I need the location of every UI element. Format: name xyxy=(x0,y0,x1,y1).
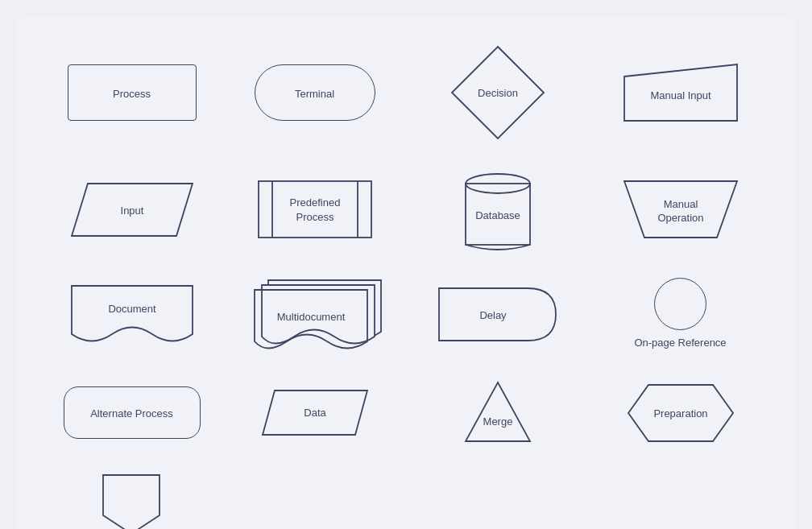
shape-multidocument: Multidocument xyxy=(251,274,379,354)
shape-manual-input: Manual Input xyxy=(616,60,745,125)
multidoc-label: Multidocument xyxy=(276,311,345,323)
onpage-label: On-page Reference xyxy=(634,337,726,350)
terminal-shape: Terminal xyxy=(255,64,375,121)
manual-input-label: Manual Input xyxy=(650,89,711,101)
merge-label: Merge xyxy=(483,415,512,428)
shape-onpage-reference: On-page Reference xyxy=(634,278,726,350)
shape-offpage-reference: Off-page Reference xyxy=(86,471,178,529)
shape-predefined-process: Predefined Process xyxy=(255,177,375,242)
svg-rect-3 xyxy=(259,181,371,238)
process-shape: Process xyxy=(68,64,197,121)
shape-alternate-process: Alternate Process xyxy=(64,386,201,439)
preparation-label: Preparation xyxy=(653,407,707,419)
shape-document: Document xyxy=(68,282,197,346)
input-shape: Input xyxy=(68,180,197,240)
predefined-label2: Process xyxy=(296,211,334,223)
manual-op-shape: Manual Operation xyxy=(620,173,741,246)
shape-decision: Decision xyxy=(445,40,550,145)
shape-preparation: Preparation xyxy=(624,381,737,445)
manual-op-label1: Manual xyxy=(663,198,698,210)
shape-merge: Merge xyxy=(462,378,534,447)
manual-input-shape: Manual Input xyxy=(616,60,745,125)
svg-marker-12 xyxy=(103,475,160,529)
predefined-shape: Predefined Process xyxy=(255,177,375,242)
database-shape: Database xyxy=(458,169,538,250)
shape-input: Input xyxy=(68,180,197,240)
shape-database: Database xyxy=(458,169,538,250)
offpage-shape xyxy=(99,471,164,529)
shape-process: Process xyxy=(68,64,197,121)
alt-process-label: Alternate Process xyxy=(90,407,173,421)
manual-op-label2: Operation xyxy=(657,212,703,224)
onpage-shape xyxy=(654,278,706,330)
flowchart-canvas: Process Terminal Decision Manual Input xyxy=(16,16,796,529)
database-label: Database xyxy=(475,209,520,221)
input-label: Input xyxy=(120,205,143,217)
shape-manual-operation: Manual Operation xyxy=(620,173,741,246)
decision-shape: Decision xyxy=(445,40,550,145)
shape-terminal: Terminal xyxy=(255,64,375,121)
preparation-shape: Preparation xyxy=(624,381,737,445)
delay-shape: Delay xyxy=(435,284,560,345)
shape-data: Data xyxy=(259,386,371,439)
data-shape: Data xyxy=(259,386,371,439)
document-label: Document xyxy=(108,303,156,315)
merge-shape: Merge xyxy=(462,378,534,447)
data-label: Data xyxy=(304,407,326,419)
terminal-label: Terminal xyxy=(295,88,334,101)
multidoc-shape: Multidocument xyxy=(251,274,379,354)
process-label: Process xyxy=(113,88,151,101)
svg-marker-10 xyxy=(466,382,530,441)
alt-process-shape: Alternate Process xyxy=(64,386,201,439)
delay-label: Delay xyxy=(479,309,507,321)
shape-delay: Delay xyxy=(435,284,560,345)
predefined-label1: Predefined xyxy=(289,196,340,209)
decision-label: Decision xyxy=(478,87,518,99)
document-shape: Document xyxy=(68,282,197,346)
